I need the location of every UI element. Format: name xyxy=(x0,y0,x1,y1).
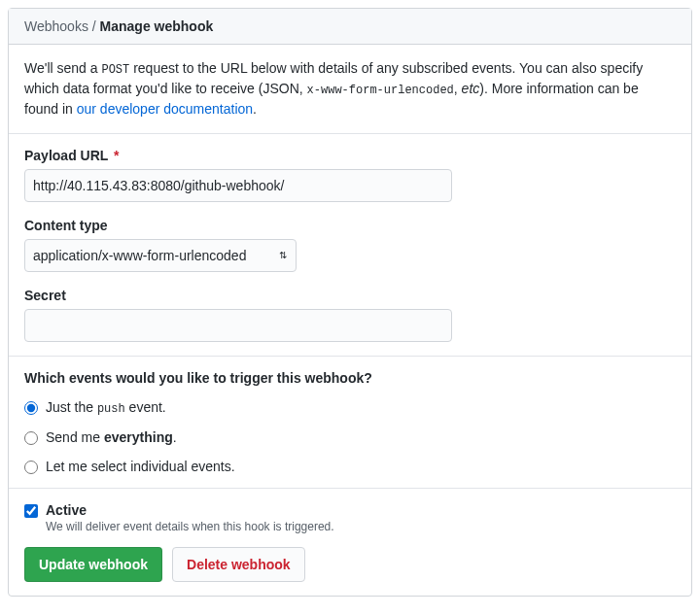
events-question: Which events would you like to trigger t… xyxy=(24,370,676,386)
panel-header: Webhooks / Manage webhook xyxy=(9,9,691,45)
intro-part: We'll send a xyxy=(24,60,101,76)
intro-code-post: POST xyxy=(101,63,129,77)
secret-input[interactable] xyxy=(24,309,452,342)
payload-url-input[interactable] xyxy=(24,169,452,202)
action-buttons: Update webhook Delete webhook xyxy=(24,547,676,582)
active-note: We will deliver event details when this … xyxy=(46,520,334,533)
content-type-select[interactable]: application/x-www-form-urlencoded applic… xyxy=(24,239,297,272)
label-text: Payload URL xyxy=(24,148,108,163)
active-label: Active xyxy=(46,502,334,518)
breadcrumb-separator: / xyxy=(92,18,96,34)
event-label-individual: Let me select individual events. xyxy=(46,459,235,474)
payload-url-field: Payload URL * xyxy=(24,148,676,202)
content-type-field: Content type application/x-www-form-urle… xyxy=(24,218,676,272)
form-section: Payload URL * Content type application/x… xyxy=(9,134,691,357)
event-radio-individual[interactable] xyxy=(24,461,38,474)
intro-code-urlencoded: x-www-form-urlencoded xyxy=(307,84,454,97)
secret-label: Secret xyxy=(24,288,676,303)
payload-url-label: Payload URL * xyxy=(24,148,676,163)
delete-webhook-button[interactable]: Delete webhook xyxy=(172,547,305,582)
developer-docs-link[interactable]: our developer documentation xyxy=(77,101,253,117)
event-radio-push[interactable] xyxy=(24,401,38,415)
active-section: Active We will deliver event details whe… xyxy=(9,489,691,596)
active-row[interactable]: Active We will deliver event details whe… xyxy=(24,502,676,533)
events-section: Which events would you like to trigger t… xyxy=(9,357,691,489)
event-option-push[interactable]: Just the push event. xyxy=(24,399,676,416)
content-type-label: Content type xyxy=(24,218,676,233)
intro-text: We'll send a POST request to the URL bel… xyxy=(9,45,691,134)
intro-part: . xyxy=(253,101,257,117)
intro-etc: etc xyxy=(462,81,480,96)
secret-field: Secret xyxy=(24,288,676,342)
event-option-everything[interactable]: Send me everything. xyxy=(24,429,676,445)
event-radio-everything[interactable] xyxy=(24,431,38,445)
push-code: push xyxy=(97,402,125,416)
event-label-everything: Send me everything. xyxy=(46,429,177,445)
breadcrumb-current: Manage webhook xyxy=(100,18,214,34)
required-asterisk: * xyxy=(114,148,119,163)
breadcrumb-parent[interactable]: Webhooks xyxy=(24,18,88,34)
active-checkbox[interactable] xyxy=(24,504,38,518)
event-label-push: Just the push event. xyxy=(46,399,166,416)
webhook-panel: Webhooks / Manage webhook We'll send a P… xyxy=(8,8,692,597)
update-webhook-button[interactable]: Update webhook xyxy=(24,547,162,582)
intro-part: , xyxy=(454,81,462,96)
event-option-individual[interactable]: Let me select individual events. xyxy=(24,459,676,474)
